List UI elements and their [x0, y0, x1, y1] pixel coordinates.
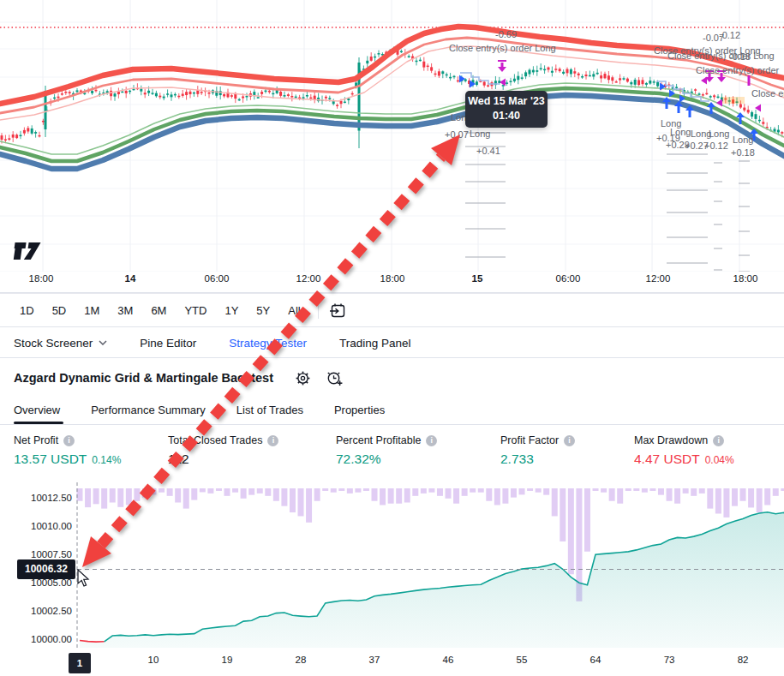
go-to-date-icon [329, 302, 346, 319]
x-axis-label: 46 [443, 655, 454, 665]
goto-date-button[interactable] [329, 302, 346, 319]
x-axis-label: 19 [222, 655, 233, 665]
stat-label: Total Closed Tradesi [168, 434, 278, 446]
strategy-title: Azgard Dynamic Grid & Martingale Backtes… [14, 371, 273, 385]
entry-step-line [460, 73, 500, 84]
info-icon[interactable]: i [426, 435, 437, 446]
tradingview-window: -0.69Close entry(s) order Long-0.07-0.12… [0, 0, 784, 676]
report-tab-list-of-trades[interactable]: List of Trades [236, 397, 303, 416]
buy-entry-icon[interactable] [459, 75, 465, 83]
position-box [722, 97, 745, 104]
info-icon[interactable]: i [564, 435, 575, 446]
alarm-clock-plus-icon [326, 369, 344, 387]
trade-annotation: -0.12 [719, 30, 740, 40]
time-axis-label: 12:00 [646, 273, 671, 284]
range-button-6m[interactable]: 6M [145, 301, 172, 320]
trade-annotation: Close entry(s) order [696, 65, 780, 75]
y-axis-label: 10010.00 [9, 521, 72, 531]
x-axis-label: 55 [517, 655, 528, 665]
range-button-1m[interactable]: 1M [78, 301, 105, 320]
trade-annotation: +0.18 [731, 147, 755, 158]
time-axis-label: 15 [472, 273, 483, 284]
stat-value: 2.733 [500, 452, 575, 467]
stat-label: Net Profiti [14, 434, 121, 446]
range-button-5y[interactable]: 5Y [250, 301, 276, 320]
bottom-panel-tabs: Stock ScreenerPine EditorStrategy Tester… [0, 328, 784, 358]
y-axis-label: 10002.50 [9, 606, 72, 616]
x-axis-label: 73 [664, 655, 675, 665]
stat-max-drawdown: Max Drawdowni4.47 USDT0.04% [634, 434, 734, 467]
y-axis-label: 10012.50 [9, 493, 72, 503]
info-icon[interactable]: i [63, 435, 75, 446]
close-order-down-icon[interactable] [498, 60, 506, 72]
report-tabs: OverviewPerformance SummaryList of Trade… [0, 397, 784, 425]
close-order-bar-icon[interactable] [748, 75, 751, 86]
trade-annotation: Long [670, 127, 691, 137]
report-tab-overview[interactable]: Overview [14, 397, 60, 416]
range-button-3m[interactable]: 3M [111, 301, 139, 320]
exit-marker-icon[interactable] [716, 99, 722, 107]
tradingview-logo-icon[interactable] [12, 240, 43, 262]
performance-stats-row: Net Profiti13.57 USDT0.14%Total Closed T… [0, 426, 784, 481]
equity-canvas[interactable] [0, 481, 784, 652]
report-tab-properties[interactable]: Properties [334, 397, 385, 416]
price-chart[interactable]: -0.69Close entry(s) order Long-0.07-0.12… [0, 0, 784, 293]
panel-tab-pine-editor[interactable]: Pine Editor [140, 337, 196, 350]
panel-tab-label: Trading Panel [339, 337, 411, 350]
panel-tab-strategy-tester[interactable]: Strategy Tester [229, 337, 307, 350]
trade-annotation: +0.41 [476, 146, 500, 156]
crosshair-price-label: 10006.32 [17, 559, 75, 579]
toolbar-divider [318, 302, 319, 319]
tooltip-time: 01:40 [465, 109, 548, 123]
stat-value: 112 [168, 452, 278, 467]
range-button-1d[interactable]: 1D [14, 301, 40, 320]
time-axis-label: 18:00 [733, 273, 758, 284]
time-axis[interactable]: 18:001406:0012:0018:001506:0012:0018:00 [0, 272, 784, 292]
x-axis-label: 1 [69, 653, 91, 673]
trade-annotation: Close entry(s) order Long [449, 43, 556, 53]
panel-tab-stock-screener[interactable]: Stock Screener [14, 337, 107, 350]
equity-area [80, 512, 784, 648]
trade-annotation: Close entry(s) order Long [667, 51, 775, 61]
time-axis-label: 06:00 [556, 273, 581, 284]
x-axis-label: 37 [369, 655, 380, 665]
strategy-settings-button[interactable] [296, 371, 310, 386]
stat-total-closed-trades: Total Closed Tradesi112 [168, 434, 278, 467]
active-tab-underline [14, 422, 63, 424]
stat-value: 72.32% [336, 452, 437, 467]
panel-tab-label: Stock Screener [14, 337, 93, 350]
range-button-5d[interactable]: 5D [46, 301, 73, 320]
x-axis-label: 28 [296, 655, 307, 665]
time-axis-label: 18:00 [380, 273, 405, 284]
stat-label: Profit Factori [500, 434, 575, 446]
chevron-down-icon [99, 340, 107, 345]
trade-annotation: Long [709, 129, 729, 139]
x-axis-label: 82 [738, 655, 749, 665]
candlestick-canvas[interactable]: -0.69Close entry(s) order Long-0.07-0.12… [0, 0, 784, 272]
stat-percent: 0.04% [705, 454, 734, 466]
panel-tab-trading-panel[interactable]: Trading Panel [339, 337, 411, 350]
panel-tab-label: Strategy Tester [229, 337, 307, 350]
equity-chart[interactable]: 10012.5010010.0010007.5010005.0010002.50… [0, 481, 784, 676]
exit-marker-icon[interactable] [500, 79, 506, 87]
stat-percent-profitable: Percent Profitablei72.32% [336, 434, 437, 467]
trade-annotation: Long [470, 129, 490, 139]
trade-annotation: -0.18 [729, 51, 751, 62]
stat-value: 4.47 USDT0.04% [634, 452, 734, 467]
time-axis-label: 14 [125, 273, 136, 284]
tooltip-date: Wed 15 Mar '23 [465, 94, 548, 109]
time-axis-label: 06:00 [205, 273, 230, 284]
info-icon[interactable]: i [267, 435, 278, 446]
trade-annotation: Long [733, 135, 753, 145]
trade-annotation: -0.69 [495, 29, 517, 39]
chart-tooltip: Wed 15 Mar '23 01:40 [465, 91, 548, 128]
add-alert-button[interactable] [326, 369, 344, 387]
range-button-1y[interactable]: 1Y [218, 301, 244, 320]
info-icon[interactable]: i [713, 435, 724, 446]
report-tab-performance-summary[interactable]: Performance Summary [91, 397, 206, 416]
y-axis-label: 10000.00 [9, 634, 72, 644]
range-button-ytd[interactable]: YTD [178, 301, 212, 320]
stat-profit-factor: Profit Factori2.733 [500, 434, 575, 467]
range-button-all[interactable]: All [282, 301, 306, 320]
trade-annotation: Close en [751, 88, 784, 99]
